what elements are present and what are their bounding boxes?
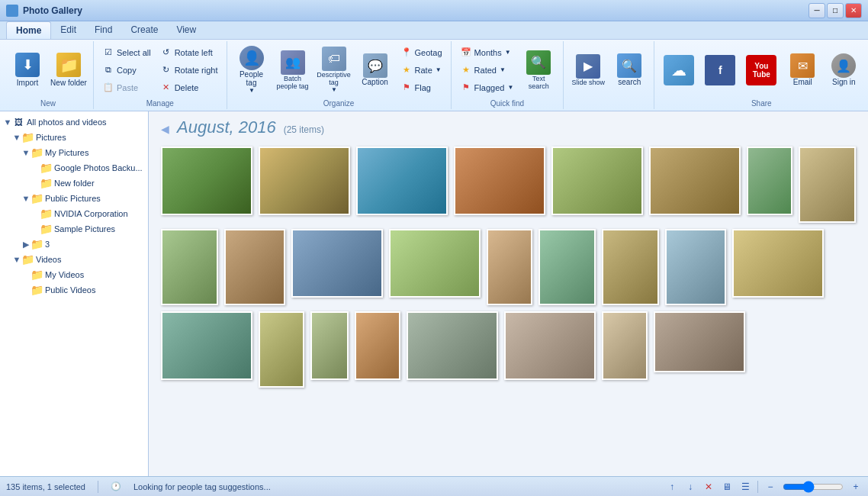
flagged-button[interactable]: ⚑ Flagged▼: [456, 79, 518, 96]
photo-thumb-5[interactable]: [551, 147, 643, 215]
manage-group-label: Manage: [94, 99, 227, 108]
photo-thumb-8[interactable]: [799, 147, 856, 223]
months-button[interactable]: 📅 Months▼: [456, 44, 518, 61]
rotate-right-button[interactable]: ↻ Rotate right: [156, 62, 222, 79]
monitor-icon[interactable]: 🖥: [721, 481, 733, 493]
new-folder-button[interactable]: 📁 New folder: [49, 47, 88, 94]
sidebar-item-nvidia[interactable]: 📁 NVIDIA Corporation: [27, 206, 148, 221]
rotate-left-button[interactable]: ↺ Rotate left: [156, 44, 222, 61]
ribbon-tab-bar: Home Edit Find Create View: [0, 21, 868, 40]
photo-thumb-2[interactable]: [259, 147, 350, 215]
tab-edit[interactable]: Edit: [51, 21, 85, 39]
sidebar-item-all[interactable]: ▼ 🖼 All photos and videos: [0, 114, 148, 130]
close-button[interactable]: ✕: [845, 3, 862, 18]
clock-icon: 🕐: [111, 482, 121, 491]
sidebar-item-publicpictures[interactable]: ▼ 📁 Public Pictures: [18, 191, 148, 206]
tab-view[interactable]: View: [167, 21, 205, 39]
status-bar: 135 items, 1 selected 🕐 Looking for peop…: [0, 476, 868, 496]
tag-info: Looking for people tag suggestions...: [133, 482, 271, 491]
sidebar-item-mypictures[interactable]: ▼ 📁 My Pictures: [18, 145, 148, 160]
caption-button[interactable]: 💬 Caption: [355, 47, 395, 94]
tab-home[interactable]: Home: [6, 21, 51, 39]
photo-thumb-22[interactable]: [407, 311, 498, 380]
zoom-out-icon[interactable]: −: [764, 481, 776, 493]
slide-show-button[interactable]: ▶ Slide show: [568, 47, 608, 94]
descriptive-tag-icon: 🏷: [322, 47, 346, 71]
sidebar-item-googlephotos[interactable]: 📁 Google Photos Backu...: [27, 160, 148, 176]
photo-thumb-13[interactable]: [487, 229, 532, 305]
photo-thumb-25[interactable]: [654, 311, 745, 372]
photo-thumb-15[interactable]: [602, 229, 659, 305]
photo-thumb-17[interactable]: [732, 229, 824, 298]
maximize-button[interactable]: □: [827, 3, 844, 18]
minimize-button[interactable]: ─: [809, 3, 825, 18]
flag-button[interactable]: ⚑ Flag: [397, 79, 446, 96]
nav-down-icon[interactable]: ↓: [684, 481, 696, 493]
rate-button[interactable]: ★ Rate▼: [397, 62, 446, 79]
newfolder-icon: 📁: [40, 177, 52, 189]
facebook-button[interactable]: f: [700, 47, 740, 94]
photo-thumb-7[interactable]: [747, 147, 792, 215]
close-x-icon[interactable]: ✕: [702, 481, 715, 493]
sidebar-item-pictures[interactable]: ▼ 📁 Pictures: [9, 130, 148, 145]
batch-tag-icon: 👥: [281, 50, 305, 75]
photo-thumb-10[interactable]: [224, 229, 285, 305]
content-header: ◀ August, 2016 (25 items): [149, 111, 868, 143]
photo-thumb-19[interactable]: [259, 311, 304, 388]
batch-people-tag-button[interactable]: 👥 Batch people tag: [273, 47, 313, 94]
sign-in-button[interactable]: 👤 Sign in: [824, 47, 863, 94]
window-title: Photo Gallery: [23, 5, 809, 16]
photo-thumb-12[interactable]: [389, 229, 481, 298]
expand-publicpictures: ▼: [21, 194, 31, 203]
search-button[interactable]: 🔍 search: [609, 47, 649, 94]
text-search-button[interactable]: 🔍 Text search: [519, 47, 558, 94]
tab-find[interactable]: Find: [85, 21, 121, 39]
email-button[interactable]: ✉ Email: [783, 47, 822, 94]
copy-button[interactable]: ⧉ Copy: [98, 62, 155, 79]
photo-thumb-24[interactable]: [602, 311, 648, 380]
import-button[interactable]: ⬇ Import: [8, 47, 47, 94]
sidebar-item-myvideos[interactable]: 📁 My Videos: [18, 267, 148, 282]
paste-button[interactable]: 📋 Paste: [98, 79, 155, 96]
ribbon-group-new: ⬇ Import 📁 New folder New: [3, 41, 94, 109]
zoom-slider[interactable]: [783, 482, 844, 492]
cloud-button[interactable]: ☁: [659, 47, 699, 94]
photo-thumb-3[interactable]: [356, 147, 448, 215]
samplepictures-icon: 📁: [40, 223, 52, 235]
videos-icon: 📁: [21, 253, 34, 266]
geotag-button[interactable]: 📍 Geotag: [397, 44, 446, 61]
photo-thumb-14[interactable]: [538, 229, 596, 305]
photo-thumb-11[interactable]: [291, 229, 383, 298]
text-search-icon: 🔍: [526, 50, 551, 75]
photo-thumb-18[interactable]: [161, 311, 252, 380]
delete-button[interactable]: ✕ Delete: [156, 79, 222, 96]
youtube-button[interactable]: YouTube: [741, 47, 781, 94]
nav-up-icon[interactable]: ↑: [666, 481, 678, 493]
zoom-in-icon[interactable]: +: [850, 481, 862, 493]
photo-thumb-4[interactable]: [454, 147, 545, 215]
photo-thumb-16[interactable]: [665, 229, 726, 305]
sign-in-icon: 👤: [831, 53, 856, 78]
photo-thumb-9[interactable]: [161, 229, 218, 305]
import-icon: ⬇: [15, 53, 40, 77]
sidebar-item-3[interactable]: ▶ 📁 3: [18, 237, 148, 252]
sidebar-item-publicvideos[interactable]: 📁 Public Videos: [18, 282, 148, 298]
sidebar-item-videos[interactable]: ▼ 📁 Videos: [9, 252, 148, 267]
youtube-icon: YouTube: [746, 55, 776, 85]
tab-create[interactable]: Create: [121, 21, 167, 39]
collapse-arrow[interactable]: ◀: [161, 123, 169, 135]
flagged-icon: ⚑: [460, 82, 472, 94]
photo-thumb-23[interactable]: [504, 311, 596, 380]
people-tag-button[interactable]: 👤 People tag▼: [232, 43, 272, 97]
sidebar-item-samplepictures[interactable]: 📁 Sample Pictures: [27, 221, 148, 237]
sidebar-item-newfolder[interactable]: 📁 New folder: [27, 176, 148, 191]
photo-thumb-21[interactable]: [355, 311, 400, 380]
expand-3: ▶: [21, 240, 31, 250]
select-all-button[interactable]: ☑ Select all: [98, 44, 155, 61]
photo-thumb-1[interactable]: [161, 147, 252, 215]
photo-thumb-20[interactable]: [310, 311, 349, 380]
list-icon[interactable]: ☰: [739, 481, 751, 493]
descriptive-tag-button[interactable]: 🏷 Descriptive tag▼: [314, 43, 354, 96]
photo-thumb-6[interactable]: [649, 147, 741, 215]
rated-button[interactable]: ★ Rated▼: [456, 62, 518, 79]
